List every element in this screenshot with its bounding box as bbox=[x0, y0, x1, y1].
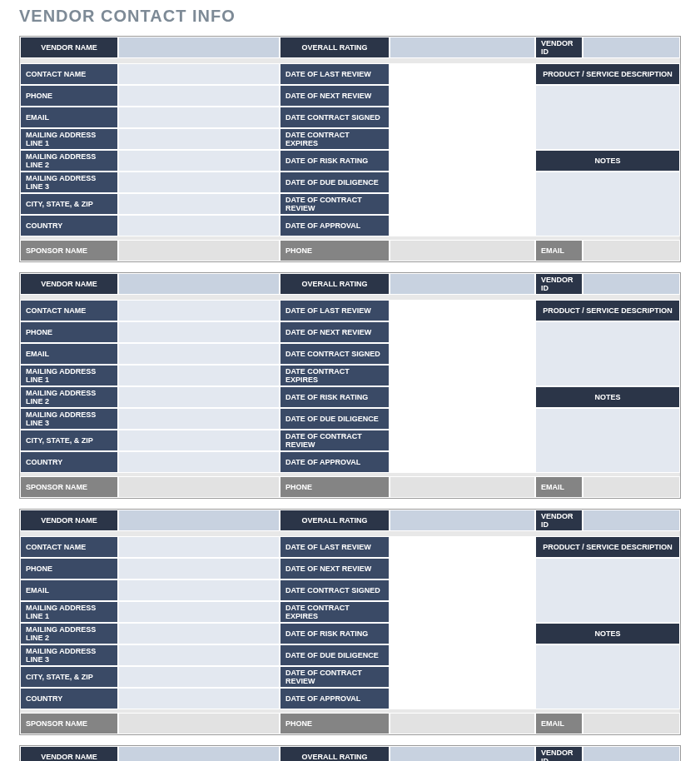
date-risk-rating-label: DATE OF RISK RATING bbox=[280, 623, 390, 644]
product-description-input[interactable] bbox=[535, 321, 680, 386]
overall-rating-label: OVERALL RATING bbox=[280, 746, 390, 761]
date-contract-signed-input[interactable] bbox=[390, 579, 535, 601]
phone-input[interactable] bbox=[118, 321, 280, 343]
date-contract-review-input[interactable] bbox=[390, 193, 535, 215]
overall-rating-input[interactable] bbox=[390, 746, 535, 761]
notes-input[interactable] bbox=[535, 644, 680, 709]
date-risk-rating-label: DATE OF RISK RATING bbox=[280, 386, 390, 408]
date-approval-input[interactable] bbox=[390, 215, 535, 236]
mailing3-label: MAILING ADDRESS LINE 3 bbox=[20, 408, 118, 430]
phone-input[interactable] bbox=[118, 558, 280, 579]
sponsor-email-input[interactable] bbox=[583, 713, 680, 734]
overall-rating-input[interactable] bbox=[390, 273, 535, 295]
date-last-review-input[interactable] bbox=[390, 63, 535, 85]
date-due-diligence-input[interactable] bbox=[390, 408, 535, 430]
date-contract-signed-label: DATE CONTRACT SIGNED bbox=[280, 107, 390, 128]
sponsor-email-input[interactable] bbox=[583, 476, 680, 498]
date-approval-input[interactable] bbox=[390, 451, 535, 473]
city-state-zip-label: CITY, STATE, & ZIP bbox=[20, 193, 118, 215]
sponsor-name-input[interactable] bbox=[118, 476, 280, 498]
date-last-review-input[interactable] bbox=[390, 300, 535, 321]
vendor-id-input[interactable] bbox=[583, 746, 680, 761]
date-next-review-input[interactable] bbox=[390, 85, 535, 107]
date-due-diligence-input[interactable] bbox=[390, 172, 535, 193]
date-next-review-input[interactable] bbox=[390, 558, 535, 579]
city-state-zip-input[interactable] bbox=[118, 193, 280, 215]
email-input[interactable] bbox=[118, 107, 280, 128]
date-contract-review-label: DATE OF CONTRACT REVIEW bbox=[280, 193, 390, 215]
date-contract-review-input[interactable] bbox=[390, 430, 535, 451]
sponsor-name-input[interactable] bbox=[118, 240, 280, 261]
country-input[interactable] bbox=[118, 215, 280, 236]
mailing2-input[interactable] bbox=[118, 150, 280, 172]
product-description-input[interactable] bbox=[535, 85, 680, 150]
vendor-id-input[interactable] bbox=[583, 510, 680, 531]
vendor-name-input[interactable] bbox=[118, 510, 280, 531]
date-contract-signed-input[interactable] bbox=[390, 343, 535, 365]
notes-input[interactable] bbox=[535, 172, 680, 236]
notes-label: NOTES bbox=[535, 623, 680, 644]
sponsor-email-input[interactable] bbox=[583, 240, 680, 261]
date-approval-label: DATE OF APPROVAL bbox=[280, 451, 390, 473]
mailing3-input[interactable] bbox=[118, 644, 280, 666]
date-risk-rating-input[interactable] bbox=[390, 386, 535, 408]
date-contract-review-input[interactable] bbox=[390, 666, 535, 688]
sponsor-phone-input[interactable] bbox=[390, 240, 535, 261]
date-last-review-input[interactable] bbox=[390, 536, 535, 558]
phone-input[interactable] bbox=[118, 85, 280, 107]
notes-input[interactable] bbox=[535, 408, 680, 473]
mailing3-input[interactable] bbox=[118, 172, 280, 193]
email-input[interactable] bbox=[118, 343, 280, 365]
vendor-name-input[interactable] bbox=[118, 273, 280, 295]
overall-rating-input[interactable] bbox=[390, 37, 535, 58]
email-label: EMAIL bbox=[20, 579, 118, 601]
date-contract-signed-label: DATE CONTRACT SIGNED bbox=[280, 579, 390, 601]
mailing3-input[interactable] bbox=[118, 408, 280, 430]
date-contract-review-label: DATE OF CONTRACT REVIEW bbox=[280, 430, 390, 451]
sponsor-name-input[interactable] bbox=[118, 713, 280, 734]
date-next-review-label: DATE OF NEXT REVIEW bbox=[280, 85, 390, 107]
overall-rating-input[interactable] bbox=[390, 510, 535, 531]
date-contract-expires-input[interactable] bbox=[390, 601, 535, 623]
date-contract-expires-input[interactable] bbox=[390, 365, 535, 386]
mailing2-input[interactable] bbox=[118, 386, 280, 408]
mailing2-label: MAILING ADDRESS LINE 2 bbox=[20, 623, 118, 644]
vendor-id-input[interactable] bbox=[583, 37, 680, 58]
mailing2-input[interactable] bbox=[118, 623, 280, 644]
sponsor-phone-input[interactable] bbox=[390, 476, 535, 498]
contact-name-input[interactable] bbox=[118, 300, 280, 321]
date-contract-signed-input[interactable] bbox=[390, 107, 535, 128]
vendor-id-label: VENDOR ID bbox=[535, 510, 583, 531]
date-risk-rating-input[interactable] bbox=[390, 150, 535, 172]
date-next-review-input[interactable] bbox=[390, 321, 535, 343]
phone-label: PHONE bbox=[20, 321, 118, 343]
product-description-label: PRODUCT / SERVICE DESCRIPTION bbox=[535, 536, 680, 558]
date-due-diligence-input[interactable] bbox=[390, 644, 535, 666]
city-state-zip-input[interactable] bbox=[118, 666, 280, 688]
product-description-label: PRODUCT / SERVICE DESCRIPTION bbox=[535, 63, 680, 85]
mailing1-input[interactable] bbox=[118, 365, 280, 386]
country-input[interactable] bbox=[118, 451, 280, 473]
contact-name-input[interactable] bbox=[118, 536, 280, 558]
city-state-zip-input[interactable] bbox=[118, 430, 280, 451]
vendor-name-input[interactable] bbox=[118, 746, 280, 761]
sponsor-phone-input[interactable] bbox=[390, 713, 535, 734]
vendor-name-input[interactable] bbox=[118, 37, 280, 58]
date-contract-expires-input[interactable] bbox=[390, 128, 535, 150]
email-input[interactable] bbox=[118, 579, 280, 601]
notes-label: NOTES bbox=[535, 150, 680, 172]
contact-name-input[interactable] bbox=[118, 63, 280, 85]
mailing1-input[interactable] bbox=[118, 128, 280, 150]
date-approval-input[interactable] bbox=[390, 688, 535, 709]
phone-label: PHONE bbox=[20, 85, 118, 107]
vendor-id-input[interactable] bbox=[583, 273, 680, 295]
date-risk-rating-input[interactable] bbox=[390, 623, 535, 644]
mailing1-input[interactable] bbox=[118, 601, 280, 623]
sponsor-phone-label: PHONE bbox=[280, 476, 390, 498]
sponsor-email-label: EMAIL bbox=[535, 476, 583, 498]
city-state-zip-label: CITY, STATE, & ZIP bbox=[20, 430, 118, 451]
country-label: COUNTRY bbox=[20, 215, 118, 236]
country-input[interactable] bbox=[118, 688, 280, 709]
product-description-input[interactable] bbox=[535, 558, 680, 623]
phone-label: PHONE bbox=[20, 558, 118, 579]
